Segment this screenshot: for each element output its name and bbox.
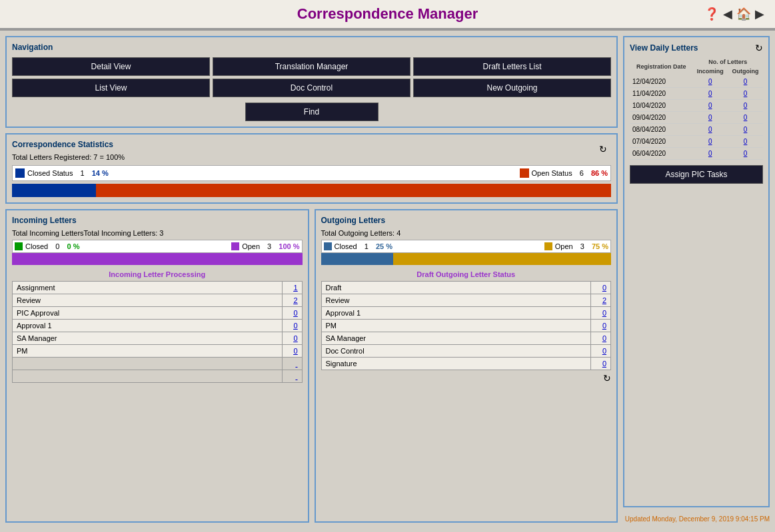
proc-label: Review xyxy=(13,294,283,307)
home-icon[interactable]: 🏠 xyxy=(736,7,751,21)
incoming-open-pct: 100 % xyxy=(279,242,299,250)
proc-value[interactable]: 0 xyxy=(282,320,302,332)
assign-pic-btn[interactable]: Assign PIC Tasks xyxy=(630,165,763,184)
incoming-open-label: Open xyxy=(242,242,260,250)
incoming-panel: Incoming Letters Total Incoming LettersT… xyxy=(5,209,309,523)
stats-legend-box: Closed Status 1 14 % Open Status 6 86 % xyxy=(12,165,611,181)
daily-outgoing[interactable]: 0 xyxy=(728,112,763,124)
daily-date: 07/04/2020 xyxy=(630,136,692,148)
proc-value[interactable]: 0 xyxy=(282,307,302,320)
incoming-legend: Closed 0 0 % Open 3 100 % xyxy=(12,240,303,253)
draft-label: Doc Control xyxy=(321,345,591,358)
proc-empty-label xyxy=(13,358,283,370)
outgoing-draft-row: PM0 xyxy=(321,320,611,332)
draft-label: PM xyxy=(321,320,591,332)
daily-outgoing[interactable]: 0 xyxy=(728,136,763,148)
daily-outgoing[interactable]: 0 xyxy=(728,148,763,160)
daily-incoming[interactable]: 0 xyxy=(692,88,728,100)
outgoing-total: Total Outgoing Letters: 4 xyxy=(321,229,612,237)
daily-outgoing[interactable]: 0 xyxy=(728,88,763,100)
incoming-proc-row: Review2 xyxy=(13,294,303,307)
incoming-closed-count: 0 xyxy=(55,242,59,250)
proc-value[interactable]: 1 xyxy=(282,282,302,294)
outgoing-draft-row: Doc Control0 xyxy=(321,345,611,358)
help-icon[interactable]: ❓ xyxy=(704,7,719,21)
open-pct: 86 % xyxy=(591,169,608,177)
outgoing-refresh-icon[interactable]: ↻ xyxy=(603,373,611,384)
stats-total: Total Letters Registered: 7 = 100% xyxy=(12,153,611,161)
draft-value[interactable]: 0 xyxy=(591,307,611,320)
incoming-proc-row: Approval 10 xyxy=(13,320,303,332)
outgoing-bar xyxy=(321,253,612,265)
proc-value[interactable]: 0 xyxy=(282,345,302,358)
app-title: Correspondence Manager xyxy=(11,5,764,23)
right-panel: View Daily Letters ↻ Registration Date N… xyxy=(623,36,770,523)
back-icon[interactable]: ◀ xyxy=(723,7,732,21)
app-header: Correspondence Manager ❓ ◀ 🏠 ▶ xyxy=(0,0,775,29)
outgoing-draft-row: Draft0 xyxy=(321,282,611,294)
outgoing-closed-legend: Closed 1 25 % xyxy=(324,242,393,250)
daily-date: 06/04/2020 xyxy=(630,148,692,160)
daily-outgoing[interactable]: 0 xyxy=(728,100,763,112)
outgoing-legend: Closed 1 25 % Open 3 75 % xyxy=(321,240,612,253)
proc-value[interactable]: 2 xyxy=(282,294,302,307)
draft-value[interactable]: 0 xyxy=(591,282,611,294)
daily-col-header: No. of Letters xyxy=(692,57,763,67)
draft-value[interactable]: 0 xyxy=(591,345,611,358)
daily-incoming[interactable]: 0 xyxy=(692,136,728,148)
detail-view-btn[interactable]: Detail View xyxy=(12,57,210,76)
list-view-btn[interactable]: List View xyxy=(12,79,210,97)
incoming-closed-color xyxy=(15,242,23,250)
daily-refresh-icon[interactable]: ↻ xyxy=(755,43,763,53)
daily-header: View Daily Letters ↻ xyxy=(630,43,763,53)
forward-icon[interactable]: ▶ xyxy=(755,7,764,21)
draft-value[interactable]: 0 xyxy=(591,358,611,370)
outgoing-refresh-row: ↻ xyxy=(321,373,612,384)
draft-value[interactable]: 0 xyxy=(591,332,611,345)
outgoing-open-pct: 75 % xyxy=(592,242,608,250)
daily-incoming[interactable]: 0 xyxy=(692,124,728,136)
incoming-closed-label: Closed xyxy=(25,242,48,250)
incoming-total: Total Incoming LettersTotal Incoming Let… xyxy=(12,229,303,237)
statistics-panel: Correspondence Statistics ↻ Total Letter… xyxy=(5,133,618,204)
outgoing-draft-row: SA Manager0 xyxy=(321,332,611,345)
find-btn-row: Find xyxy=(12,103,611,121)
find-btn[interactable]: Find xyxy=(245,103,379,121)
stats-legend: Closed Status 1 14 % Open Status 6 86 % xyxy=(15,168,608,178)
incoming-proc-empty-row xyxy=(13,358,303,370)
draft-value[interactable]: 0 xyxy=(591,320,611,332)
daily-incoming[interactable]: 0 xyxy=(692,100,728,112)
incoming-open-color xyxy=(231,242,239,250)
stats-bar-closed xyxy=(12,184,96,197)
incoming-proc-row: Assignment1 xyxy=(13,282,303,294)
navigation-panel: Navigation Detail View Translation Manag… xyxy=(5,36,618,128)
doc-control-btn[interactable]: Doc Control xyxy=(213,79,410,97)
incoming-proc-table: Assignment1Review2PIC Approval0Approval … xyxy=(12,281,303,383)
daily-incoming[interactable]: 0 xyxy=(692,76,728,88)
daily-outgoing[interactable]: 0 xyxy=(728,76,763,88)
proc-value[interactable]: 0 xyxy=(282,332,302,345)
new-outgoing-btn[interactable]: New Outgoing xyxy=(413,79,611,97)
outgoing-draft-row: Approval 10 xyxy=(321,307,611,320)
draft-label: Signature xyxy=(321,358,591,370)
closed-legend: Closed Status 1 14 % xyxy=(15,168,109,178)
daily-date: 10/04/2020 xyxy=(630,100,692,112)
incoming-proc-empty-row xyxy=(13,370,303,383)
translation-manager-btn[interactable]: Translation Manager xyxy=(213,57,410,76)
outgoing-draft-row: Signature0 xyxy=(321,358,611,370)
daily-incoming[interactable]: 0 xyxy=(692,148,728,160)
open-count: 6 xyxy=(580,169,584,177)
incoming-title: Incoming Letters xyxy=(12,216,303,225)
outgoing-panel: Outgoing Letters Total Outgoing Letters:… xyxy=(315,209,618,523)
daily-outgoing[interactable]: 0 xyxy=(728,124,763,136)
incoming-proc-row: PIC Approval0 xyxy=(13,307,303,320)
daily-row: 12/04/202000 xyxy=(630,76,763,88)
outgoing-draft-table: Draft0Review2Approval 10PM0SA Manager0Do… xyxy=(321,281,612,370)
left-panel: Navigation Detail View Translation Manag… xyxy=(5,36,618,523)
draft-letters-list-btn[interactable]: Draft Letters List xyxy=(413,57,611,76)
incoming-bar-open xyxy=(12,253,303,265)
daily-incoming[interactable]: 0 xyxy=(692,112,728,124)
draft-title: Draft Outgoing Letter Status xyxy=(321,270,612,278)
draft-value[interactable]: 2 xyxy=(591,294,611,307)
stats-refresh-icon[interactable]: ↻ xyxy=(599,144,607,154)
